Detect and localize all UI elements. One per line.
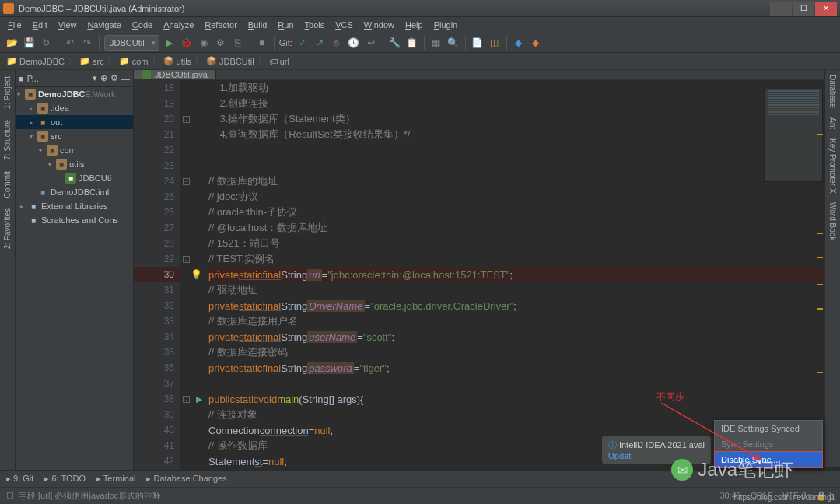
git-push-icon[interactable]: ⎋ [330, 36, 344, 50]
crumb-utils[interactable]: 📦utils [163, 56, 192, 66]
save-icon[interactable]: 💾 [22, 36, 36, 50]
right-tab-Ant[interactable]: Ant [827, 113, 838, 134]
git-rollback-icon[interactable]: ↩ [364, 36, 378, 50]
left-tab-Commit[interactable]: Commit [2, 168, 13, 201]
tree-Scratches and Cons[interactable]: ■Scratches and Cons [16, 213, 133, 227]
menu-help[interactable]: Help [401, 19, 428, 31]
status-hint: 字段 [url] 必须使用javadoc形式的注释 [19, 490, 161, 502]
error-stripe[interactable] [815, 70, 823, 467]
minimap[interactable] [764, 89, 823, 182]
tree-DemoJDBC.iml[interactable]: ■DemoJDBC.iml [16, 185, 133, 199]
popup-synced: IDE Settings Synced [715, 421, 822, 436]
class-icon [142, 70, 151, 79]
right-tab-Key-Promoter-X[interactable]: Key Promoter X [827, 134, 838, 198]
open-icon[interactable]: 📂 [5, 36, 19, 50]
tree-utils[interactable]: ▾■utils [16, 157, 133, 171]
stop-icon[interactable]: ■ [255, 36, 269, 50]
redo-icon[interactable]: ↷ [80, 36, 94, 50]
project-tree[interactable]: ▾■DemoJDBC E:\Work▸■.idea▸■out▾■src▾■com… [16, 87, 133, 490]
git-commit-icon[interactable]: ↗ [313, 36, 327, 50]
menu-window[interactable]: Window [359, 19, 399, 31]
menu-code[interactable]: Code [128, 19, 157, 31]
editor-tabs: JDBCUtil.java [134, 70, 840, 80]
menu-navigate[interactable]: Navigate [82, 19, 125, 31]
menu-vcs[interactable]: VCS [331, 19, 358, 31]
tree-.idea[interactable]: ▸■.idea [16, 101, 133, 115]
plugin1-icon[interactable]: ◆ [512, 36, 526, 50]
git-update-icon[interactable]: ✓ [296, 36, 310, 50]
tree-com[interactable]: ▾■com [16, 143, 133, 157]
close-button[interactable]: ✕ [815, 2, 837, 16]
debug-icon[interactable]: 🐞 [180, 36, 194, 50]
bottom-tab-Database-Changes[interactable]: ▸ Database Changes [146, 474, 226, 484]
bottom-tab-6-TODO[interactable]: ▸ 6: TODO [44, 474, 86, 484]
menu-build[interactable]: Build [243, 19, 271, 31]
bottom-tab-9-Git[interactable]: ▸ 9: Git [6, 474, 33, 484]
tree-out[interactable]: ▸■out [16, 115, 133, 129]
undo-icon[interactable]: ↶ [63, 36, 77, 50]
titlebar: DemoJDBC – JDBCUtil.java (Administrator)… [0, 0, 840, 17]
hint-icon: ☐ [6, 491, 14, 501]
tab-jdbcutil[interactable]: JDBCUtil.java [134, 70, 216, 79]
run-icon[interactable]: ▶ [163, 36, 177, 50]
menu-tools[interactable]: Tools [300, 19, 330, 31]
right-tab-Word-Book[interactable]: Word Book [827, 198, 838, 245]
menu-file[interactable]: File [3, 19, 26, 31]
git-history-icon[interactable]: 🕓 [347, 36, 361, 50]
bottom-tab-Terminal[interactable]: ▸ Terminal [96, 474, 135, 484]
menu-refactor[interactable]: Refactor [200, 19, 242, 31]
toolbar: 📂 💾 ↻ ↶ ↷ JDBCUtil ▶ 🐞 ◉ ⚙ ⎘ ■ Git: ✓ ↗ … [0, 33, 840, 53]
app-icon [3, 3, 14, 14]
tree-External Libraries[interactable]: ▸■External Libraries [16, 199, 133, 213]
refresh-icon[interactable]: ↻ [39, 36, 53, 50]
window-title: DemoJDBC – JDBCUtil.java (Administrator) [19, 4, 770, 13]
left-tab-1-Project[interactable]: 1: Project [2, 73, 13, 112]
project-pane: ■P...▾⊕⚙— ▾■DemoJDBC E:\Work▸■.idea▸■out… [16, 70, 134, 490]
right-tool-strip: DatabaseAntKey Promoter XWord Book [824, 70, 840, 467]
left-tab-7-Structure[interactable]: 7: Structure [2, 117, 13, 163]
left-tab-2-Favorites[interactable]: 2: Favorites [2, 205, 13, 252]
crumb-com[interactable]: 📁com [119, 56, 149, 66]
maximize-button[interactable]: ☐ [793, 2, 814, 16]
wechat-icon: ✉ [671, 459, 693, 481]
menu-run[interactable]: Run [273, 19, 298, 31]
gutter[interactable]: 181920-21222324−2526272829-30💡3132333435… [134, 80, 180, 500]
run-config-combo[interactable]: JDBCUtil [104, 35, 159, 51]
breadcrumb: 📁DemoJDBC〉📁src〉📁com〉📦utils〉📦JDBCUtil〉🏷ur… [0, 53, 840, 70]
watermark: ✉ Java笔记虾 [671, 457, 793, 482]
project-header[interactable]: ■P...▾⊕⚙— [16, 70, 133, 87]
git-label: Git: [279, 38, 292, 47]
popup-sync-settings[interactable]: Sync Settings [715, 436, 822, 452]
tree-JDBCUti[interactable]: ■JDBCUti [16, 171, 133, 185]
annotation-text: 不同步 [656, 390, 684, 404]
menu-edit[interactable]: Edit [28, 19, 52, 31]
attach-icon[interactable]: ⎘ [231, 36, 245, 50]
doc-icon[interactable]: 📄 [471, 36, 485, 50]
crumb-JDBCUtil[interactable]: 📦JDBCUtil [206, 56, 254, 66]
coverage-icon[interactable]: ◉ [197, 36, 211, 50]
plugin2-icon[interactable]: ◆ [529, 36, 543, 50]
profile-icon[interactable]: ⚙ [214, 36, 228, 50]
status-bar: ☐ 字段 [url] 必须使用javadoc形式的注释 30:45 CRLF U… [0, 487, 840, 504]
menu-analyze[interactable]: Analyze [159, 19, 198, 31]
layout-icon[interactable]: ▦ [429, 36, 443, 50]
url-watermark: https://blog.csdn.net/daming1 [733, 493, 835, 502]
minimize-button[interactable]: — [770, 2, 792, 16]
menu-view[interactable]: View [54, 19, 82, 31]
menu-plugin[interactable]: Plugin [429, 19, 463, 31]
menubar: FileEditViewNavigateCodeAnalyzeRefactorB… [0, 17, 840, 33]
left-tool-strip: 1: Project7: StructureCommit2: Favorites [0, 70, 16, 490]
crumb-src[interactable]: 📁src [79, 56, 104, 66]
crumb-DemoJDBC[interactable]: 📁DemoJDBC [6, 56, 65, 66]
search-icon[interactable]: 🔍 [446, 36, 460, 50]
crumb-url[interactable]: 🏷url [269, 57, 289, 66]
tool2-icon[interactable]: 📋 [405, 36, 419, 50]
tool1-icon[interactable]: 🔧 [388, 36, 402, 50]
db-icon[interactable]: ◫ [488, 36, 502, 50]
tree-src[interactable]: ▾■src [16, 129, 133, 143]
right-tab-Database[interactable]: Database [827, 70, 838, 113]
